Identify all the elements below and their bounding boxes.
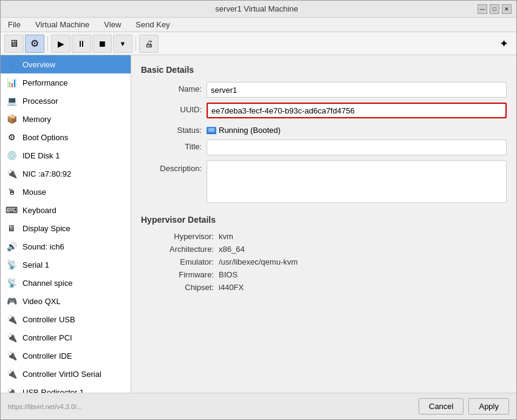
display-toolbar-btn[interactable]: 🖥 (4, 35, 24, 53)
usb-redirector-icon: 🔌 (5, 386, 18, 393)
chipset-label: Chipset: (141, 283, 214, 292)
architecture-value: x86_64 (219, 245, 507, 254)
sidebar-item-video-qxl[interactable]: 🎮 Video QXL (1, 292, 131, 310)
sidebar-label-sound: Sound: ich6 (22, 242, 64, 251)
menu-virtual-machine[interactable]: Virtual Machine (33, 20, 92, 29)
chipset-value: i440FX (219, 283, 507, 292)
architecture-label: Architecture: (141, 245, 214, 254)
status-label: Status: (141, 123, 202, 135)
dropdown-toolbar-btn[interactable]: ▼ (113, 35, 132, 53)
sidebar-label-nic: NIC :a7:80:92 (22, 169, 71, 178)
sidebar-item-performance[interactable]: 📊 Performance (1, 73, 131, 92)
sidebar-label-controller-pci: Controller PCI (22, 333, 72, 342)
sidebar-item-overview[interactable]: 🖥 Overview (1, 55, 131, 73)
menu-file[interactable]: File (5, 20, 23, 29)
sidebar-label-mouse: Mouse (22, 188, 46, 197)
hypervisor-details-grid: Hypervisor: kvm Architecture: x86_64 Emu… (141, 232, 507, 292)
overview-icon: 🖥 (5, 58, 18, 70)
sidebar-item-controller-usb[interactable]: 🔌 Controller USB (1, 310, 131, 328)
svg-rect-1 (208, 128, 214, 132)
basic-details-form: Name: UUID: Status: Running (Booted) Tit… (141, 82, 507, 203)
toolbar: 🖥 ⚙ ▶ ⏸ ⏹ ▼ 🖨 ✦ (1, 32, 516, 55)
menu-bar: File Virtual Machine View Send Key (1, 18, 516, 32)
sound-icon: 🔊 (5, 240, 18, 252)
sidebar-item-channel-spice[interactable]: 📡 Channel spice (1, 274, 131, 292)
hypervisor-label: Hypervisor: (141, 232, 214, 241)
sidebar-label-display-spice: Display Spice (22, 224, 70, 233)
minimize-btn[interactable]: — (478, 4, 487, 14)
controller-usb-icon: 🔌 (5, 313, 18, 325)
emulator-label: Emulator: (141, 257, 214, 266)
controller-virtio-icon: 🔌 (5, 368, 18, 380)
run-icon: ▶ (58, 39, 64, 49)
sidebar-item-sound[interactable]: 🔊 Sound: ich6 (1, 237, 131, 256)
stop-toolbar-btn[interactable]: ⏹ (92, 35, 112, 53)
sidebar-item-ide-disk[interactable]: 💿 IDE Disk 1 (1, 146, 131, 164)
apply-button[interactable]: Apply (468, 398, 509, 415)
sidebar-label-processor: Processor (22, 97, 58, 106)
sidebar-item-controller-pci[interactable]: 🔌 Controller PCI (1, 328, 131, 347)
sidebar-label-memory: Memory (22, 115, 51, 124)
sidebar-item-boot-options[interactable]: ⚙ Boot Options (1, 128, 131, 146)
emulator-value: /usr/libexec/qemu-kvm (219, 257, 507, 266)
sidebar-item-display-spice[interactable]: 🖥 Display Spice (1, 219, 131, 237)
mouse-icon: 🖱 (5, 186, 18, 198)
description-label: Description: (141, 160, 202, 173)
sidebar-item-controller-virtio[interactable]: 🔌 Controller VirtIO Serial (1, 365, 131, 383)
sidebar-label-controller-virtio: Controller VirtIO Serial (22, 370, 101, 379)
memory-icon: 📦 (5, 113, 18, 125)
hypervisor-details-section: Hypervisor Details Hypervisor: kvm Archi… (141, 215, 507, 292)
description-textarea[interactable] (207, 160, 507, 203)
status-row: Running (Booted) (207, 123, 507, 135)
close-btn[interactable]: ✕ (502, 4, 512, 14)
sidebar-item-keyboard[interactable]: ⌨ Keyboard (1, 201, 131, 219)
sidebar-label-keyboard: Keyboard (22, 206, 56, 215)
pause-toolbar-btn[interactable]: ⏸ (72, 35, 91, 53)
status-running-icon (207, 127, 216, 134)
sidebar-label-controller-ide: Controller IDE (22, 351, 72, 361)
uuid-input[interactable] (207, 103, 507, 118)
menu-view[interactable]: View (101, 20, 123, 29)
bottom-bar: https://libvirt.net/v4.3.0/... Cancel Ap… (1, 393, 516, 419)
vm-settings-icon: ✦ (499, 37, 508, 50)
sidebar-label-video-qxl: Video QXL (22, 297, 61, 306)
sidebar-item-mouse[interactable]: 🖱 Mouse (1, 183, 131, 201)
sidebar-label-usb-redirector: USB Redirector 1 (22, 388, 84, 393)
sidebar-item-nic[interactable]: 🔌 NIC :a7:80:92 (1, 164, 131, 183)
ide-disk-icon: 💿 (5, 149, 18, 161)
display-spice-icon: 🖥 (5, 222, 18, 234)
vm-settings-btn[interactable]: ✦ (495, 35, 513, 53)
hypervisor-details-title: Hypervisor Details (141, 215, 507, 225)
title-input[interactable] (207, 140, 507, 155)
basic-details-title: Basic Details (141, 65, 507, 75)
settings-toolbar-btn[interactable]: ⚙ (25, 35, 44, 53)
sidebar-item-memory[interactable]: 📦 Memory (1, 110, 131, 128)
sidebar-label-ide-disk: IDE Disk 1 (22, 151, 60, 160)
menu-send-key[interactable]: Send Key (133, 20, 172, 29)
cancel-button[interactable]: Cancel (419, 398, 464, 415)
serial-icon: 📡 (5, 259, 18, 271)
window-title: server1 Virtual Machine (36, 4, 478, 13)
toolbar-separator-1 (47, 36, 48, 51)
title-label: Title: (141, 140, 202, 151)
controller-ide-icon: 🔌 (5, 350, 18, 362)
name-input[interactable] (207, 82, 507, 98)
uuid-label: UUID: (141, 103, 202, 114)
sidebar-item-usb-redirector[interactable]: 🔌 USB Redirector 1 (1, 383, 131, 393)
sidebar-item-controller-ide[interactable]: 🔌 Controller IDE (1, 347, 131, 365)
channel-spice-icon: 📡 (5, 277, 18, 289)
nic-icon: 🔌 (5, 168, 18, 180)
maximize-btn[interactable]: □ (490, 4, 499, 14)
settings-icon: ⚙ (30, 38, 39, 49)
sidebar-label-serial: Serial 1 (22, 260, 49, 269)
performance-icon: 📊 (5, 76, 18, 89)
firmware-label: Firmware: (141, 270, 214, 279)
sidebar-item-serial[interactable]: 📡 Serial 1 (1, 256, 131, 274)
run-toolbar-btn[interactable]: ▶ (51, 35, 70, 53)
status-value: Running (Booted) (219, 126, 281, 135)
screenshot-toolbar-btn[interactable]: 🖨 (139, 35, 159, 53)
controller-pci-icon: 🔌 (5, 331, 18, 344)
sidebar-item-processor[interactable]: 💻 Processor (1, 92, 131, 110)
sidebar-label-boot-options: Boot Options (22, 133, 68, 142)
name-label: Name: (141, 82, 202, 93)
